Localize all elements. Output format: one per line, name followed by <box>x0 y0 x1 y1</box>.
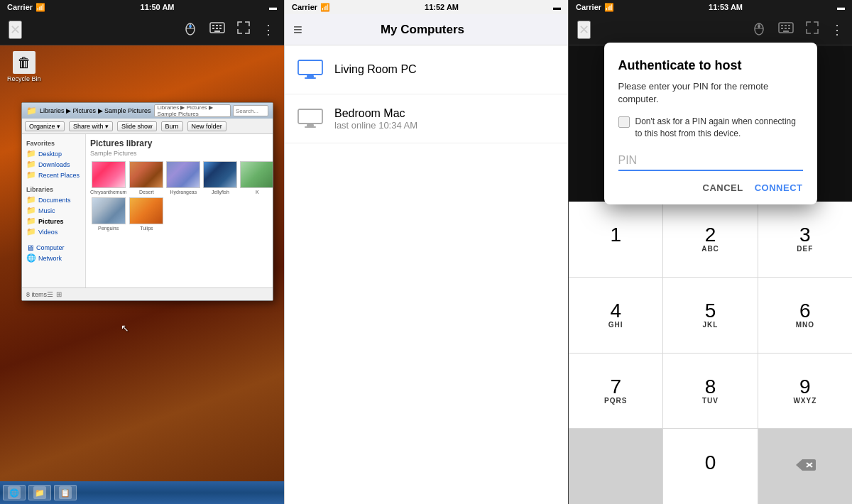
sidebar-item-network[interactable]: 🌐Network <box>26 253 81 263</box>
status-bar-panel3: Carrier 📶 11:53 AM ▬ <box>569 0 852 14</box>
thumb-k <box>240 161 273 188</box>
explorer-item-count: 8 items <box>26 291 47 298</box>
numpad-key-9[interactable]: 9 WXYZ <box>758 354 852 429</box>
expand-icon-p3[interactable] <box>805 21 819 38</box>
sidebar-item-documents[interactable]: 📁Documents <box>26 195 81 205</box>
numpad-key-0[interactable]: 0 <box>663 429 757 504</box>
numpad-key-2[interactable]: 2 ABC <box>663 202 757 277</box>
status-right-p2: ▬ <box>553 3 561 11</box>
wifi-icon-p2: 📶 <box>320 3 330 12</box>
mouse-cursor: ↖ <box>121 322 129 334</box>
numpad-key-delete[interactable] <box>758 429 852 504</box>
numpad-key-empty <box>569 429 662 504</box>
organize-button[interactable]: Organize ▾ <box>25 121 65 131</box>
sidebar-item-videos[interactable]: 📁Videos <box>26 226 81 237</box>
sidebar-item-music[interactable]: 📁Music <box>26 205 81 216</box>
burn-button[interactable]: Burn <box>161 121 183 131</box>
image-item[interactable]: Chrysanthemum <box>90 161 126 195</box>
sidebar-item-computer[interactable]: 🖥Computer <box>26 243 81 253</box>
computer-list: Living Room PC Bedroom Mac last online 1… <box>285 45 568 504</box>
auth-buttons: CANCEL CONNECT <box>618 182 803 193</box>
sidebar-item-pictures[interactable]: 📁Pictures <box>26 216 81 226</box>
carrier-label-p1: Carrier <box>7 3 33 11</box>
image-item[interactable]: Desert <box>129 161 163 195</box>
keyboard-icon-p3[interactable] <box>778 22 794 37</box>
expand-icon-p1[interactable] <box>236 21 251 38</box>
status-left-p2: Carrier 📶 <box>292 3 330 12</box>
explorer-address-bar: Libraries ▶ Pictures ▶ Sample Pictures <box>154 104 231 117</box>
status-bar-panel1: Carrier 📶 11:50 AM ▬ <box>0 0 284 14</box>
numpad-key-4[interactable]: 4 GHI <box>569 278 662 353</box>
svg-rect-26 <box>781 28 783 29</box>
close-button-p1[interactable]: ✕ <box>9 21 22 39</box>
svg-rect-16 <box>307 124 314 126</box>
taskbar-icon-browser: 🌐 <box>8 486 21 499</box>
image-item[interactable]: Jellyfish <box>203 161 237 195</box>
toolbar-p3: ✕ <box>569 14 852 45</box>
hamburger-icon[interactable]: ≡ <box>293 21 302 39</box>
explorer-view-icons: ☰ ⊞ <box>47 290 62 298</box>
thumb-desert <box>129 161 163 188</box>
monitor-icon-living <box>296 55 324 84</box>
sidebar-item-downloads[interactable]: 📁Downloads <box>26 159 81 170</box>
toolbar-p1: ✕ <box>0 14 284 45</box>
monitor-icon-bedroom <box>296 104 324 133</box>
thumb-hydrangeas <box>166 161 200 188</box>
svg-rect-8 <box>212 28 214 29</box>
numpad-key-5[interactable]: 5 JKL <box>663 278 757 353</box>
keyboard-icon-p1[interactable] <box>209 22 225 37</box>
explorer-search-input[interactable] <box>233 105 268 116</box>
computer-item-bedroom[interactable]: Bedroom Mac last online 10:34 AM <box>285 94 568 143</box>
panel-remote-desktop: Carrier 📶 11:50 AM ▬ ✕ <box>0 0 284 504</box>
svg-rect-15 <box>298 109 322 124</box>
auth-title: Authenticate to host <box>618 58 803 73</box>
auth-checkbox[interactable] <box>618 116 630 128</box>
auth-description: Please enter your PIN for the remote com… <box>618 80 803 106</box>
image-item[interactable]: Hydrangeas <box>166 161 200 195</box>
computer-info-bedroom: Bedroom Mac last online 10:34 AM <box>334 107 557 131</box>
new-folder-button[interactable]: New folder <box>187 121 226 131</box>
share-button[interactable]: Share with ▾ <box>69 121 113 131</box>
sidebar-item-recent[interactable]: 📁Recent Places <box>26 170 81 180</box>
battery-icon-p3: ▬ <box>837 3 845 11</box>
toolbar-p2: ≡ My Computers <box>285 14 568 45</box>
view-icon-list[interactable]: ☰ <box>47 290 53 298</box>
taskbar-program-2[interactable]: 📁 <box>28 485 51 500</box>
remote-desktop-bg: 🗑 Recycle Bin 📁 Libraries ▶ Pictures ▶ S… <box>0 45 284 481</box>
svg-rect-28 <box>788 28 790 29</box>
image-item[interactable]: Penguins <box>90 197 126 231</box>
more-icon-p3[interactable]: ⋮ <box>831 22 843 38</box>
carrier-label-p3: Carrier <box>576 3 601 11</box>
pin-input[interactable] <box>618 151 803 171</box>
taskbar-program-3[interactable]: 📋 <box>54 485 77 500</box>
numpad-key-8[interactable]: 8 TUV <box>663 354 757 429</box>
mouse-icon-p3[interactable] <box>751 20 767 39</box>
svg-rect-14 <box>305 77 316 79</box>
panel-my-computers: Carrier 📶 11:52 AM ▬ ≡ My Computers Livi… <box>284 0 568 504</box>
computer-info-living: Living Room PC <box>334 63 557 76</box>
thumb-chrysanthemum <box>92 161 126 188</box>
image-item[interactable]: Tulips <box>129 197 163 231</box>
more-icon-p1[interactable]: ⋮ <box>262 22 275 38</box>
sidebar-item-desktop[interactable]: 📁Desktop <box>26 148 81 159</box>
connect-button[interactable]: CONNECT <box>755 182 803 193</box>
mouse-icon-p1[interactable] <box>182 20 198 39</box>
numpad-key-7[interactable]: 7 PQRS <box>569 354 662 429</box>
numpad-key-3[interactable]: 3 DEF <box>758 202 852 277</box>
svg-rect-5 <box>212 25 214 26</box>
close-button-p3[interactable]: ✕ <box>577 21 591 39</box>
computer-item-living-room[interactable]: Living Room PC <box>285 45 568 94</box>
taskbar-program-1[interactable]: 🌐 <box>3 485 26 500</box>
time-p1: 11:50 AM <box>141 3 175 11</box>
view-icon-grid[interactable]: ⊞ <box>56 290 62 298</box>
slideshow-button[interactable]: Slide show <box>117 121 157 131</box>
explorer-window: 📁 Libraries ▶ Pictures ▶ Sample Pictures… <box>21 102 273 301</box>
image-item[interactable]: K <box>240 161 273 195</box>
explorer-sidebar: Favorites 📁Desktop 📁Downloads 📁Recent Pl… <box>22 134 86 287</box>
thumb-tulips <box>129 197 163 224</box>
image-grid: Chrysanthemum Desert Hydrangeas Jel <box>90 161 268 231</box>
cancel-button[interactable]: CANCEL <box>703 182 743 193</box>
svg-rect-23 <box>781 25 783 26</box>
numpad-key-1[interactable]: 1 <box>569 202 662 277</box>
numpad-key-6[interactable]: 6 MNO <box>758 278 852 353</box>
